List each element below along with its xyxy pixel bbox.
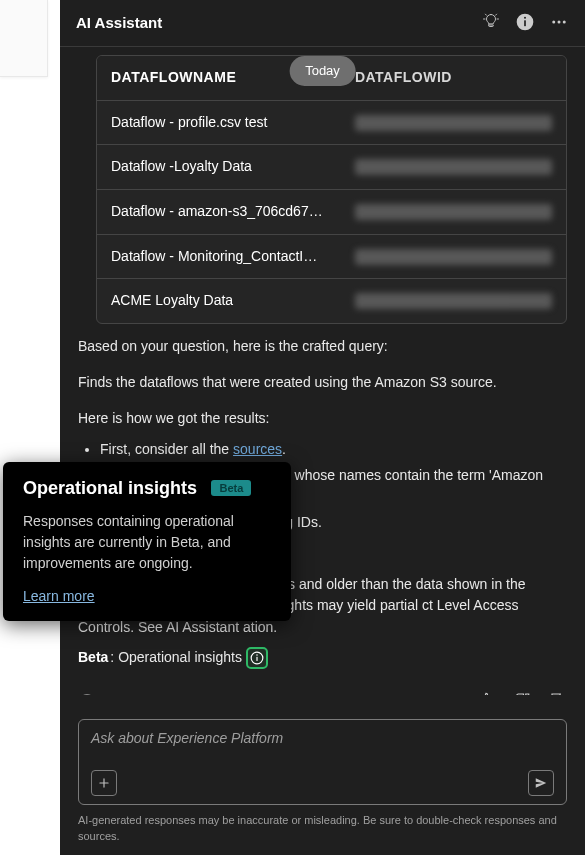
response-how-header: Here is how we got the results:	[78, 408, 567, 430]
composer-placeholder: Ask about Experience Platform	[91, 730, 554, 746]
flag-icon[interactable]	[549, 691, 567, 695]
operational-insights-popover: Operational insights Beta Responses cont…	[3, 462, 291, 621]
svg-rect-7	[256, 657, 257, 661]
cell-name: Dataflow - amazon-s3_706cd67…	[97, 190, 341, 234]
response-summary: Finds the dataflows that were created us…	[78, 372, 567, 394]
dataflow-table: DATAFLOWNAME DATAFLOWID Dataflow - profi…	[96, 55, 567, 324]
thumbs-down-icon[interactable]	[513, 691, 531, 695]
sources-link[interactable]: sources	[233, 441, 282, 457]
info-icon[interactable]	[515, 12, 535, 32]
beta-badge: Beta	[211, 480, 251, 496]
table-row[interactable]: Dataflow - Monitoring_ContactI…	[97, 235, 566, 280]
step-suffix: .	[282, 441, 286, 457]
more-icon[interactable]	[549, 12, 569, 32]
ideas-icon[interactable]	[481, 12, 501, 32]
redacted-id	[355, 115, 552, 131]
step-text: First, consider all the	[100, 441, 233, 457]
table-row[interactable]: ACME Loyalty Data	[97, 279, 566, 323]
header-actions	[481, 12, 569, 32]
step-item: First, consider all the sources.	[100, 439, 567, 461]
redacted-id	[355, 249, 552, 265]
response-intro: Based on your question, here is the craf…	[78, 336, 567, 358]
show-source-button[interactable]: Show source	[106, 692, 187, 695]
redacted-id	[355, 204, 552, 220]
composer[interactable]: Ask about Experience Platform	[78, 719, 567, 805]
info-highlight-icon[interactable]	[246, 647, 268, 669]
popover-body: Responses containing operational insight…	[23, 511, 273, 574]
svg-point-5	[563, 21, 566, 24]
cell-id	[341, 104, 566, 142]
beta-line: Beta: Operational insights	[78, 647, 567, 669]
eye-icon	[78, 691, 96, 695]
panel-title: AI Assistant	[76, 14, 481, 31]
svg-point-2	[524, 17, 526, 19]
svg-point-4	[558, 21, 561, 24]
cell-id	[341, 282, 566, 320]
col-header-id: DATAFLOWID	[341, 56, 566, 100]
cell-name: ACME Loyalty Data	[97, 279, 341, 323]
beta-text: : Operational insights	[110, 647, 242, 669]
svg-point-8	[256, 654, 258, 656]
cell-name: Dataflow -Loyalty Data	[97, 145, 341, 189]
send-button[interactable]	[528, 770, 554, 796]
svg-point-3	[552, 21, 555, 24]
ai-assistant-panel: AI Assistant Today DATAFLOWNAME DATAFLOW…	[60, 0, 585, 855]
thumbs-up-icon[interactable]	[477, 691, 495, 695]
cell-id	[341, 193, 566, 231]
attach-button[interactable]	[91, 770, 117, 796]
learn-more-link[interactable]: Learn more	[23, 588, 95, 604]
table-row[interactable]: Dataflow - amazon-s3_706cd67…	[97, 190, 566, 235]
disclaimer: AI-generated responses may be inaccurate…	[60, 813, 585, 855]
redacted-id	[355, 293, 552, 309]
popover-title: Operational insights	[23, 478, 197, 498]
left-rail-fragment	[0, 0, 48, 77]
svg-rect-1	[524, 20, 526, 26]
cell-id	[341, 238, 566, 276]
response-actions: Show source	[78, 691, 567, 695]
redacted-id	[355, 159, 552, 175]
table-row[interactable]: Dataflow -Loyalty Data	[97, 145, 566, 190]
table-row[interactable]: Dataflow - profile.csv test	[97, 101, 566, 146]
panel-header: AI Assistant	[60, 0, 585, 47]
cell-name: Dataflow - Monitoring_ContactI…	[97, 235, 341, 279]
cell-name: Dataflow - profile.csv test	[97, 101, 341, 145]
cell-id	[341, 148, 566, 186]
today-pill: Today	[289, 56, 356, 86]
beta-label: Beta	[78, 647, 108, 669]
